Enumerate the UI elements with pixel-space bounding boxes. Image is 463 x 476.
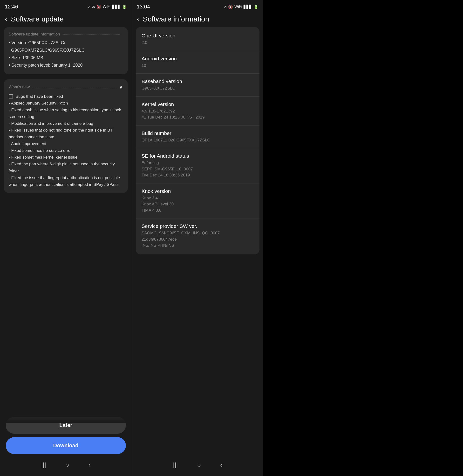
- build-label: Build number: [142, 130, 254, 136]
- bottom-buttons: Later Download: [0, 413, 132, 457]
- kernel-value: 4.9.118-17621392#1 Tue Dec 24 18:23:00 K…: [142, 108, 254, 120]
- android-label: Android version: [142, 56, 254, 62]
- bugs-header: Bugs that have been fixed: [9, 93, 123, 100]
- nav-bar-left: ||| ○ ‹: [0, 457, 132, 476]
- android-row: Android version 10: [136, 51, 259, 74]
- dotted-line: [63, 34, 120, 35]
- home-icon[interactable]: ○: [65, 461, 69, 469]
- left-panel: 12:46 ⊘ ✉ 🔇 WiFi ▋▋▋ 🔋 ‹ Software update…: [0, 0, 132, 476]
- knox-row: Knox version Knox 3.4.1Knox API level 30…: [136, 183, 259, 219]
- service-item: - Fixed sometimes no service error: [9, 147, 123, 154]
- recent-apps-icon-r[interactable]: |||: [173, 461, 178, 469]
- update-info-title: Software update information: [9, 32, 123, 37]
- size-line: • Size: 139.06 MB: [9, 55, 123, 61]
- crash-item: - Fixed crash issue when setting to iris…: [9, 107, 123, 120]
- pin-item: - Fixed the part where 6-digit pin is no…: [9, 161, 123, 174]
- patch-item: - Applied January Security Patch: [9, 100, 123, 107]
- version-line2: G965FOXM7ZSLC/G965FXXU7ZSLC: [9, 47, 123, 54]
- baseband-row: Baseband version G965FXXU7ZSLC: [136, 74, 259, 97]
- service-provider-label: Service provider SW ver.: [142, 223, 254, 229]
- dotted-line2: [33, 87, 116, 87]
- baseband-label: Baseband version: [142, 78, 254, 84]
- sw-info-content: One UI version 2.0 Android version 10 Ba…: [132, 27, 263, 457]
- page-title-right: Software information: [143, 15, 209, 23]
- ringtone-item: - Fixed issues that do not ring tone on …: [9, 127, 123, 140]
- se-android-value: EnforcingSEPF_SM-G965F_10_0007Tue Dec 24…: [142, 160, 254, 178]
- kernel-row: Kernel version 4.9.118-17621392#1 Tue De…: [136, 97, 259, 126]
- status-icons-left: ⊘ ✉ 🔇 WiFi ▋▋▋ 🔋: [87, 5, 127, 9]
- header-right: ‹ Software information: [132, 13, 263, 27]
- update-info-card: Software update information • Version: G…: [4, 27, 128, 74]
- baseband-value: G965FXXU7ZSLC: [142, 85, 254, 92]
- nav-bar-right: ||| ○ ‹: [132, 457, 263, 476]
- se-android-label: SE for Android status: [142, 153, 254, 159]
- block-icon: ⊘: [87, 5, 90, 9]
- knox-value: Knox 3.4.1Knox API level 30TIMA 4.0.0: [142, 195, 254, 214]
- one-ui-row: One UI version 2.0: [136, 28, 259, 51]
- security-line: • Security patch level: January 1, 2020: [9, 62, 123, 69]
- service-provider-row: Service provider SW ver. SAOMC_SM-G965F_…: [136, 219, 259, 253]
- content-left: Software update information • Version: G…: [0, 27, 132, 413]
- whats-new-title: What's new ∧: [9, 84, 123, 90]
- mail-icon: ✉: [92, 5, 95, 9]
- sw-info-card: One UI version 2.0 Android version 10 Ba…: [136, 27, 259, 254]
- battery-icon: 🔋: [122, 5, 127, 9]
- kernel-label: Kernel version: [142, 101, 254, 107]
- mute-icon: 🔇: [97, 5, 101, 9]
- android-value: 10: [142, 63, 254, 69]
- whats-new-card: What's new ∧ Bugs that have been fixed -…: [4, 79, 128, 193]
- one-ui-value: 2.0: [142, 40, 254, 46]
- back-nav-icon-r[interactable]: ‹: [220, 461, 222, 469]
- kernel-item: - Fixed sometimes kernel kernel issue: [9, 154, 123, 161]
- time-left: 12:46: [5, 4, 18, 10]
- block-icon-r: ⊘: [223, 5, 227, 9]
- back-button-left[interactable]: ‹: [5, 15, 7, 23]
- header-left: ‹ Software update: [0, 13, 132, 27]
- wifi-icon: WiFi: [103, 5, 110, 9]
- download-button[interactable]: Download: [6, 437, 126, 454]
- audio-item: - Audio improvement: [9, 140, 123, 147]
- status-bar-right: 13:04 ⊘ 🔇 WiFi ▋▋▋ 🔋: [132, 0, 263, 13]
- signal-icon: ▋▋▋: [112, 5, 121, 9]
- status-icons-right: ⊘ 🔇 WiFi ▋▋▋ 🔋: [223, 5, 258, 9]
- battery-icon-r: 🔋: [254, 5, 258, 9]
- camera-item: - Modification and improvement of camera…: [9, 120, 123, 127]
- knox-label: Knox version: [142, 188, 254, 194]
- build-value: QP1A.190711.020.G965FXXU7ZSLC: [142, 137, 254, 143]
- build-row: Build number QP1A.190711.020.G965FXXU7ZS…: [136, 126, 259, 148]
- back-nav-icon[interactable]: ‹: [89, 461, 91, 469]
- release-notes: Bugs that have been fixed - Applied Janu…: [9, 93, 123, 188]
- mute-icon-r: 🔇: [228, 5, 233, 9]
- signal-icon-r: ▋▋▋: [244, 5, 252, 9]
- back-button-right[interactable]: ‹: [137, 15, 139, 23]
- one-ui-label: One UI version: [142, 33, 254, 39]
- wifi-icon-r: WiFi: [234, 5, 242, 9]
- version-line1: • Version: G965FXXU7ZSLC/: [9, 40, 123, 46]
- collapse-icon[interactable]: ∧: [119, 84, 123, 90]
- page-title-left: Software update: [11, 15, 63, 23]
- recent-apps-icon[interactable]: |||: [41, 461, 46, 469]
- later-button[interactable]: Later: [6, 417, 126, 434]
- home-icon-r[interactable]: ○: [197, 461, 201, 469]
- status-bar-left: 12:46 ⊘ ✉ 🔇 WiFi ▋▋▋ 🔋: [0, 0, 132, 13]
- right-panel: 13:04 ⊘ 🔇 WiFi ▋▋▋ 🔋 ‹ Software informat…: [132, 0, 263, 476]
- service-provider-value: SAOMC_SM-G965F_OXM_INS_QQ_000721d3f90736…: [142, 230, 254, 249]
- checkbox-icon: [9, 94, 13, 99]
- time-right: 13:04: [137, 4, 150, 10]
- fingerprint-item: - Fixed the issue that fingerprint authe…: [9, 174, 123, 188]
- se-android-row: SE for Android status EnforcingSEPF_SM-G…: [136, 148, 259, 183]
